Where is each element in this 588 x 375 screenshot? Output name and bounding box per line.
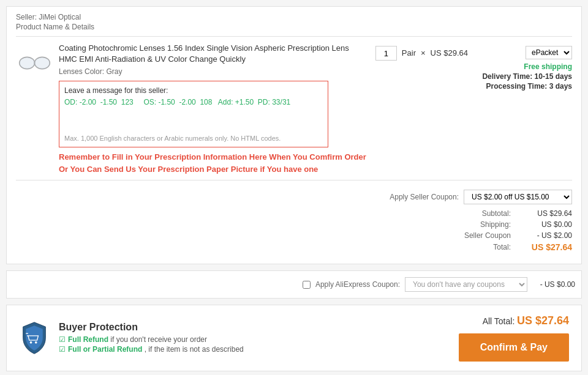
reminder-text: Remember to Fill in Your Prescription In… [59, 152, 369, 162]
shipping-row: Shipping: US $0.00 [16, 220, 572, 229]
product-color: Lenses Color: Gray [59, 67, 369, 76]
shipping-method-select[interactable]: ePacket [526, 46, 572, 59]
color-value: Gray [106, 67, 122, 76]
all-total-label: All Total: [483, 316, 515, 326]
confirm-pay-button[interactable]: Confirm & Pay [459, 333, 569, 362]
aliexpress-coupon-checkbox[interactable] [303, 281, 311, 289]
processing-time: Processing Time: 3 days [474, 82, 572, 91]
checkmark-icon-1: ☑ [59, 335, 66, 344]
quantity-input[interactable] [375, 46, 397, 61]
multiply-sign: × [421, 46, 426, 61]
total-section: All Total: US $27.64 Confirm & Pay [459, 314, 569, 362]
summary-table: Subtotal: US $29.64 Shipping: US $0.00 S… [16, 209, 572, 252]
seller-coupon-select[interactable]: US $2.00 off US $15.00 [464, 190, 572, 204]
refund-partial-label: Full or Partial Refund [68, 345, 142, 354]
delivery-value: 10-15 days [535, 72, 572, 81]
buyer-protection: Buyer Protection ☑ Full Refund if you do… [19, 321, 244, 355]
seller-coupon-label: Apply Seller Coupon: [390, 193, 459, 201]
page-wrapper: Seller: JiMei Optical Product Name & Det… [0, 0, 588, 375]
coupon-row-label: Seller Coupon [462, 231, 511, 240]
shipping-label: Shipping: [462, 220, 511, 229]
refund-full-suffix: if you don't receive your order [108, 335, 207, 344]
free-shipping-label: Free shipping [474, 62, 572, 71]
coupon-row: Seller Coupon - US $2.00 [16, 231, 572, 240]
coupon-row-value: - US $2.00 [523, 231, 572, 240]
delivery-label: Delivery Time: [482, 72, 532, 81]
shipping-value: US $0.00 [523, 220, 572, 229]
message-textarea[interactable]: OD: -2.00 -1.50 123 OS: -1.50 -2.00 108 … [64, 98, 323, 132]
svg-point-5 [30, 341, 32, 344]
product-image [16, 46, 53, 80]
aliexpress-coupon-row: Apply AliExpress Coupon: You don't have … [6, 270, 582, 299]
message-box-container: Leave a message for this seller: OD: -2.… [59, 81, 328, 147]
delivery-time: Delivery Time: 10-15 days [474, 72, 572, 81]
message-hint: Max. 1,000 English characters or Arabic … [64, 135, 323, 142]
alt-text: Or You Can Send Us Your Prescription Pap… [59, 165, 369, 174]
pair-label: Pair [402, 46, 416, 61]
checkmark-icon-2: ☑ [59, 345, 66, 354]
unit-price: US $29.64 [431, 46, 468, 61]
subtotal-value: US $29.64 [523, 209, 572, 218]
subtotal-row: Subtotal: US $29.64 [16, 209, 572, 218]
protection-text: Buyer Protection ☑ Full Refund if you do… [59, 322, 244, 355]
total-value: US $27.64 [523, 242, 572, 252]
processing-value: 3 days [549, 82, 572, 91]
aliexpress-coupon-label: Apply AliExpress Coupon: [315, 280, 400, 289]
shield-icon [19, 321, 50, 355]
lens-icon [18, 51, 51, 75]
seller-label: Seller: [16, 13, 37, 21]
aliexpress-coupon-select[interactable]: You don't have any coupons [405, 277, 527, 292]
product-name-label: Product Name & Details [16, 23, 572, 31]
bottom-bar: Buyer Protection ☑ Full Refund if you do… [6, 305, 582, 371]
color-label: Lenses Color: [59, 67, 104, 76]
all-total-amount: US $27.64 [517, 314, 569, 327]
protection-title: Buyer Protection [59, 322, 244, 333]
svg-point-3 [19, 57, 34, 69]
ali-discount-value: - US $0.00 [532, 280, 575, 289]
total-row: Total: US $27.64 [16, 242, 572, 252]
product-row: Coating Photochromic Lenses 1.56 Index S… [16, 36, 572, 174]
subtotal-label: Subtotal: [462, 209, 511, 218]
product-title: Coating Photochromic Lenses 1.56 Index S… [59, 43, 369, 65]
total-label: Total: [462, 243, 511, 251]
seller-name: JiMei Optical [39, 13, 81, 21]
product-details: Coating Photochromic Lenses 1.56 Index S… [59, 43, 369, 174]
refund-full-label: Full Refund [68, 335, 108, 344]
protection-point1: ☑ Full Refund if you don't receive your … [59, 335, 244, 344]
refund-partial-suffix: , if the item is not as described [142, 345, 243, 354]
coupon-section: Apply Seller Coupon: US $2.00 off US $15… [16, 190, 572, 204]
message-label: Leave a message for this seller: [64, 86, 323, 95]
all-total-row: All Total: US $27.64 [483, 314, 569, 327]
shipping-section: ePacket Free shipping Delivery Time: 10-… [474, 46, 572, 91]
svg-point-4 [34, 57, 50, 69]
qty-price-section: Pair × US $29.64 [375, 46, 468, 61]
divider [16, 180, 572, 180]
processing-label: Processing Time: [486, 82, 547, 91]
svg-point-6 [35, 341, 37, 344]
protection-point2: ☑ Full or Partial Refund , if the item i… [59, 345, 244, 354]
main-card: Seller: JiMei Optical Product Name & Det… [6, 6, 582, 264]
seller-info: Seller: JiMei Optical [16, 13, 572, 21]
